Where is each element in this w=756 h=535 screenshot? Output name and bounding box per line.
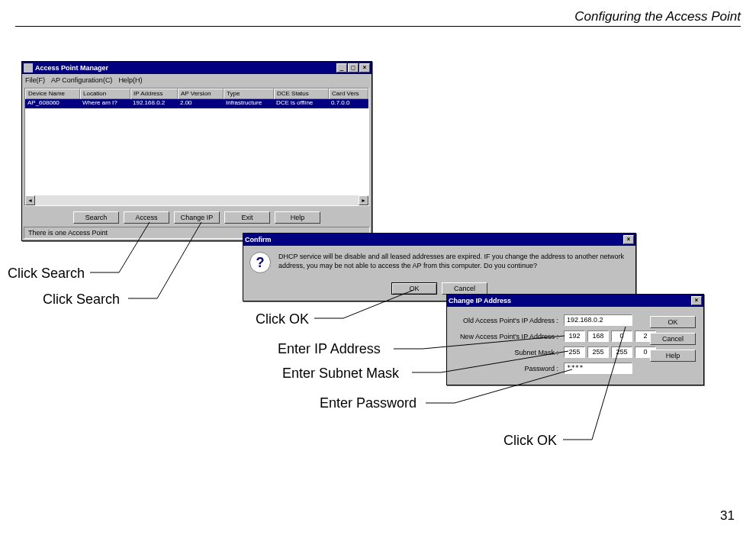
col-card[interactable]: Card Vers [329, 89, 368, 99]
confirm-close-button[interactable]: × [623, 235, 634, 244]
callout-enter-pass: Enter Password [320, 395, 417, 411]
old-ip-label: Old Access Point's IP Address : [453, 317, 561, 324]
help-button[interactable]: Help [275, 211, 320, 224]
cell-device: AP_608060 [25, 99, 80, 108]
apm-button-row: Search Access Change IP Exit Help [22, 208, 372, 227]
changeip-dialog: Change IP Address × Old Access Point's I… [446, 294, 704, 385]
page-header: Configuring the Access Point [574, 9, 741, 24]
exit-button[interactable]: Exit [224, 211, 270, 224]
header-rule [15, 26, 741, 27]
col-location[interactable]: Location [80, 89, 130, 99]
page-number: 31 [720, 508, 735, 524]
ap-manager-window: Access Point Manager _ □ × File(F) AP Co… [21, 61, 372, 241]
changeip-ok-button[interactable]: OK [650, 316, 696, 328]
cell-location: Where am I? [80, 99, 130, 108]
close-button[interactable]: × [359, 63, 370, 73]
confirm-text: DHCP service will be disable and all lea… [278, 252, 629, 270]
callout-enter-ip: Enter IP Address [278, 341, 381, 357]
cell-type: Infrastructure [224, 99, 274, 108]
scroll-left-icon[interactable]: ◄ [25, 195, 35, 205]
cell-card: 0.7.0.0 [329, 99, 368, 108]
confirm-ok-button[interactable]: OK [391, 282, 437, 295]
apm-hscroll[interactable]: ◄ ► [25, 195, 368, 205]
menu-help[interactable]: Help(H) [118, 76, 142, 84]
confirm-dialog: Confirm × ? DHCP service will be disable… [243, 233, 636, 301]
mask-b[interactable]: 255 [587, 346, 609, 358]
mask-label: Subnet Mask : [453, 349, 561, 356]
col-version[interactable]: AP Version [178, 89, 224, 99]
menu-file[interactable]: File(F) [25, 76, 45, 84]
maximize-button[interactable]: □ [348, 63, 359, 73]
col-ip[interactable]: IP Address [130, 89, 178, 99]
mask-c[interactable]: 255 [611, 346, 632, 358]
changeip-title: Change IP Address [449, 297, 691, 305]
apm-titlebar[interactable]: Access Point Manager _ □ × [22, 62, 372, 74]
apm-menubar: File(F) AP Configuration(C) Help(H) [22, 74, 372, 85]
col-dce[interactable]: DCE Status [274, 89, 329, 99]
callout-click-ok-1: Click OK [256, 311, 309, 327]
scroll-track[interactable] [35, 195, 359, 205]
col-device[interactable]: Device Name [25, 89, 80, 99]
new-ip-c[interactable]: 0 [611, 330, 632, 342]
callout-click-search-1: Click Search [8, 266, 85, 282]
cell-dce: DCE is offline [274, 99, 329, 108]
menu-config[interactable]: AP Configuration(C) [51, 76, 112, 84]
changeip-titlebar[interactable]: Change IP Address × [447, 295, 703, 307]
callout-click-ok-2: Click OK [503, 433, 557, 449]
minimize-button[interactable]: _ [336, 63, 347, 73]
apm-row-0[interactable]: AP_608060 Where am I? 192.168.0.2 2.00 I… [25, 99, 368, 108]
old-ip-field: 192.168.0.2 [564, 314, 632, 326]
new-ip-label: New Access Point's IP Address : [453, 333, 561, 340]
new-ip-b[interactable]: 168 [587, 330, 609, 342]
changeip-help-button[interactable]: Help [650, 350, 696, 362]
cell-ip: 192.168.0.2 [130, 99, 178, 108]
scroll-right-icon[interactable]: ► [359, 195, 368, 205]
access-button[interactable]: Access [124, 211, 169, 224]
apm-columns: Device Name Location IP Address AP Versi… [25, 89, 368, 99]
confirm-title: Confirm [245, 236, 623, 243]
apm-title: Access Point Manager [35, 64, 336, 72]
new-ip-a[interactable]: 192 [564, 330, 585, 342]
mask-a[interactable]: 255 [564, 346, 585, 358]
confirm-titlebar[interactable]: Confirm × [243, 234, 635, 246]
callout-click-search-2: Click Search [43, 292, 120, 308]
pass-label: Password : [453, 365, 561, 372]
col-type[interactable]: Type [224, 89, 274, 99]
apm-list[interactable]: Device Name Location IP Address AP Versi… [24, 88, 369, 206]
question-icon: ? [249, 252, 271, 273]
changeip-cancel-button[interactable]: Cancel [650, 333, 696, 345]
search-button[interactable]: Search [73, 211, 119, 224]
app-icon [24, 63, 33, 73]
confirm-cancel-button[interactable]: Cancel [442, 282, 487, 295]
callout-enter-mask: Enter Subnet Mask [282, 366, 399, 382]
changeip-close-button[interactable]: × [691, 296, 702, 305]
password-field[interactable]: **** [564, 363, 632, 374]
cell-version: 2.00 [178, 99, 224, 108]
changeip-button[interactable]: Change IP [174, 211, 220, 224]
